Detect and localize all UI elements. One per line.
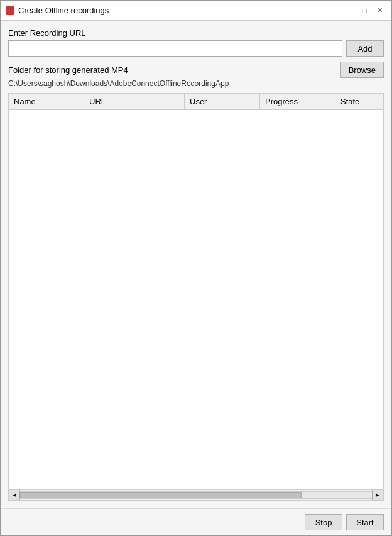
column-name: Name [9,94,84,109]
add-button[interactable]: Add [346,40,384,57]
maximize-button[interactable]: □ [357,4,371,18]
browse-button[interactable]: Browse [340,62,384,78]
window-title: Create Offline recordings [18,6,109,15]
url-label: Enter Recording URL [8,28,384,38]
start-button[interactable]: Start [346,514,384,530]
recording-url-input[interactable] [8,40,342,57]
scrollbar-thumb[interactable] [20,492,302,498]
folder-path: C:\Users\saghosh\Downloads\AdobeConnectO… [8,79,384,88]
column-state: State [335,94,383,109]
folder-label: Folder for storing generated MP4 [8,65,128,75]
table-body [9,110,383,489]
app-icon [6,6,14,15]
recordings-table: Name URL User Progress State [8,93,384,501]
title-bar-left: Create Offline recordings [6,6,109,15]
main-window: Create Offline recordings ─ □ ✕ Enter Re… [0,0,392,536]
scroll-right-button[interactable]: ► [372,490,383,501]
column-user: User [185,94,260,109]
folder-section: Folder for storing generated MP4 Browse … [8,62,384,88]
close-button[interactable]: ✕ [373,4,386,18]
url-row: Add [8,40,384,57]
folder-row: Folder for storing generated MP4 Browse [8,62,384,78]
table-header: Name URL User Progress State [9,94,383,110]
scroll-left-button[interactable]: ◄ [9,490,20,501]
url-section: Enter Recording URL Add [8,28,384,57]
title-bar-controls: ─ □ ✕ [342,4,386,18]
column-url: URL [84,94,185,109]
horizontal-scrollbar[interactable]: ◄ ► [9,489,383,500]
bottom-bar: Stop Start [1,508,391,535]
content-area: Enter Recording URL Add Folder for stori… [1,21,391,508]
scrollbar-track[interactable] [20,491,372,499]
minimize-button[interactable]: ─ [342,4,356,18]
column-progress: Progress [260,94,335,109]
title-bar: Create Offline recordings ─ □ ✕ [1,1,391,21]
stop-button[interactable]: Stop [305,514,342,530]
